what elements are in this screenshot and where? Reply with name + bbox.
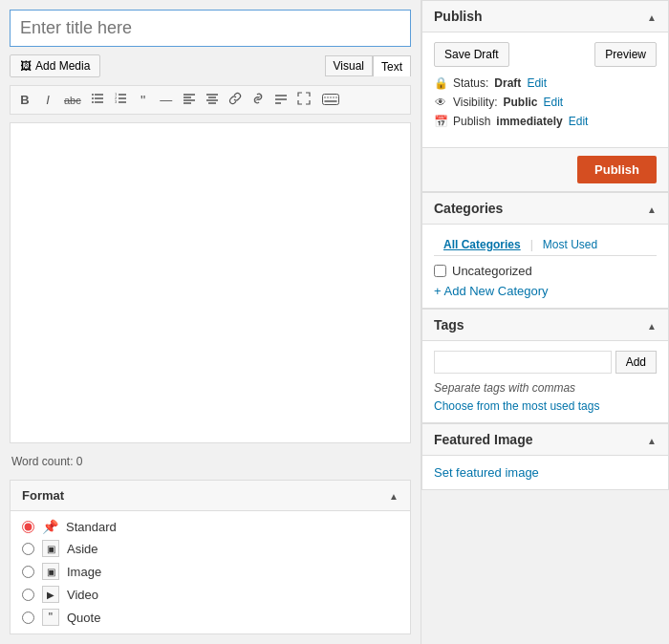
add-tag-button[interactable]: Add (615, 351, 657, 374)
publish-button[interactable]: Publish (577, 156, 657, 183)
format-icon-video: ▶ (42, 586, 59, 603)
keyboard-button[interactable] (318, 92, 343, 110)
most-used-tab[interactable]: Most Used (533, 234, 607, 255)
svg-point-3 (92, 94, 94, 96)
status-value: Draft (494, 76, 521, 90)
format-radio-video[interactable] (22, 589, 34, 601)
publish-time-value: immediately (496, 115, 562, 128)
tags-title: Tags (434, 317, 464, 333)
publish-time-label: Publish (453, 115, 490, 128)
format-item-standard: 📌 Standard (22, 519, 399, 534)
blockquote-button[interactable]: " (133, 90, 154, 110)
title-input[interactable] (10, 10, 411, 47)
format-radio-aside[interactable] (22, 543, 34, 555)
visibility-icon: 👁 (434, 96, 447, 109)
format-icon-standard: 📌 (42, 519, 58, 534)
publish-title: Publish (434, 9, 483, 24)
media-toolbar-row: 🖼 Add Media Visual Text (10, 54, 411, 77)
format-item-quote: " Quote (22, 609, 399, 626)
tags-collapse-icon[interactable] (647, 317, 657, 333)
tags-input-row: Add (434, 351, 657, 374)
categories-widget: Categories All Categories | Most Used Un… (421, 192, 669, 309)
featured-image-widget: Featured Image Set featured image (421, 423, 669, 490)
visual-tab[interactable]: Visual (325, 55, 373, 76)
visibility-value: Public (503, 96, 537, 109)
format-item-image: ▣ Image (22, 563, 399, 580)
visibility-edit-link[interactable]: Edit (543, 96, 563, 109)
unlink-button[interactable] (248, 90, 269, 110)
format-label-video: Video (67, 588, 98, 602)
tags-widget-content: Add Separate tags with commas Choose fro… (422, 341, 668, 422)
format-label-quote: Quote (67, 611, 100, 625)
featured-image-title: Featured Image (434, 432, 532, 447)
format-radio-standard[interactable] (22, 521, 34, 533)
view-toggle: Visual Text (325, 55, 411, 76)
format-item-aside: ▣ Aside (22, 540, 399, 557)
publish-widget: Publish Save Draft Preview 🔒 Status: Dra… (421, 0, 669, 192)
tags-hint: Separate tags with commas (434, 381, 657, 395)
category-checkbox-uncategorized[interactable] (434, 265, 446, 277)
add-media-label: Add Media (35, 59, 90, 73)
format-label-standard: Standard (66, 520, 117, 534)
categories-collapse-icon[interactable] (647, 201, 657, 216)
status-icon: 🔒 (434, 76, 447, 90)
preview-button[interactable]: Preview (594, 42, 657, 67)
italic-button[interactable]: I (37, 91, 58, 109)
format-collapse-icon[interactable] (389, 488, 399, 503)
publish-time-row: 📅 Publish immediately Edit (434, 115, 657, 128)
visibility-row: 👁 Visibility: Public Edit (434, 96, 657, 109)
categories-tabs: All Categories | Most Used (434, 234, 657, 256)
featured-image-collapse-icon[interactable] (647, 432, 657, 447)
publish-meta: 🔒 Status: Draft Edit 👁 Visibility: Publi… (434, 76, 657, 128)
format-radio-image[interactable] (22, 566, 34, 578)
status-edit-link[interactable]: Edit (527, 76, 547, 90)
align-center-button[interactable] (202, 90, 223, 110)
add-media-button[interactable]: 🖼 Add Media (10, 54, 100, 77)
tags-input[interactable] (434, 351, 612, 374)
publish-collapse-icon[interactable] (647, 9, 657, 24)
category-label-uncategorized: Uncategorized (452, 264, 532, 278)
strikethrough-button[interactable]: abc (60, 93, 85, 108)
svg-rect-24 (322, 95, 338, 105)
link-button[interactable] (225, 90, 246, 110)
format-icon-aside: ▣ (42, 540, 59, 557)
format-header: Format (11, 481, 410, 511)
word-count: Word count: 0 (10, 451, 411, 472)
all-categories-tab[interactable]: All Categories (434, 234, 530, 255)
fullscreen-button[interactable] (293, 90, 314, 110)
format-section: Format 📌 Standard ▣ Aside (10, 480, 411, 634)
format-radio-quote[interactable] (22, 612, 34, 624)
format-list: 📌 Standard ▣ Aside ▣ Image (11, 511, 410, 633)
svg-text:3: 3 (115, 99, 118, 104)
featured-image-widget-header: Featured Image (422, 424, 668, 456)
ordered-list-button[interactable]: 123 (110, 90, 131, 110)
publish-time-icon: 📅 (434, 115, 447, 128)
visibility-label: Visibility: (453, 96, 497, 109)
format-icon-image: ▣ (42, 563, 59, 580)
choose-tags-link[interactable]: Choose from the most used tags (434, 399, 599, 413)
format-title: Format (22, 488, 64, 503)
format-label-image: Image (67, 565, 101, 579)
editor-toolbar: B I abc 123 " — (10, 85, 411, 115)
publish-widget-content: Save Draft Preview 🔒 Status: Draft Edit … (422, 32, 668, 147)
publish-footer: Publish (422, 147, 668, 191)
categories-title: Categories (434, 201, 503, 216)
editor-area[interactable] (10, 122, 411, 443)
tags-widget: Tags Add Separate tags with commas Choos… (421, 309, 669, 423)
publish-widget-header: Publish (422, 1, 668, 32)
bold-button[interactable]: B (14, 91, 35, 109)
save-draft-button[interactable]: Save Draft (434, 42, 509, 67)
right-panel: Publish Save Draft Preview 🔒 Status: Dra… (421, 0, 669, 644)
set-featured-image-link[interactable]: Set featured image (434, 465, 539, 480)
align-left-button[interactable] (179, 90, 200, 110)
add-new-category-link[interactable]: + Add New Category (434, 284, 657, 298)
format-label-aside: Aside (67, 542, 98, 556)
hr-button[interactable]: — (156, 91, 177, 109)
text-tab[interactable]: Text (373, 55, 411, 76)
unordered-list-button[interactable] (87, 90, 108, 110)
svg-point-5 (92, 101, 94, 103)
publish-actions: Save Draft Preview (434, 42, 657, 67)
status-row: 🔒 Status: Draft Edit (434, 76, 657, 90)
publish-time-edit-link[interactable]: Edit (569, 115, 589, 128)
more-button[interactable] (270, 90, 291, 110)
